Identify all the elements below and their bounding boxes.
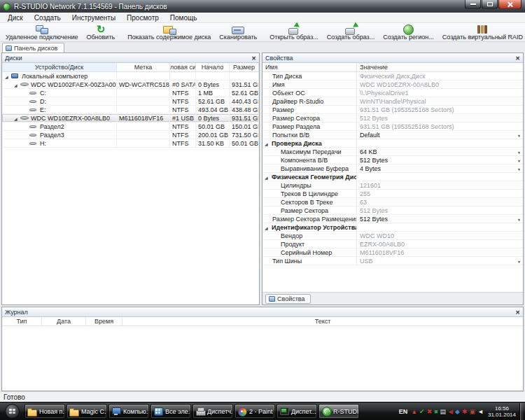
alert-icon[interactable]: ▲ — [411, 408, 417, 415]
start-button[interactable] — [1, 403, 22, 420]
tab-disk-panel-label: Панель дисков — [14, 45, 57, 52]
language-indicator[interactable]: EN — [398, 408, 410, 415]
doc-error-icon[interactable]: ▤ — [440, 408, 447, 415]
menu-item-help[interactable]: Помощь — [164, 14, 203, 22]
expander-icon[interactable] — [14, 114, 18, 122]
green-square-icon[interactable]: ■ — [434, 408, 438, 415]
menu-item-create[interactable]: Создать — [29, 14, 66, 22]
expander-icon[interactable] — [14, 80, 18, 88]
expander-icon[interactable] — [5, 72, 8, 80]
io-tries-row: Попытки В/ВDefault — [262, 131, 523, 139]
vendor-value: WDC WD10 — [357, 232, 523, 239]
flag-badge-icon[interactable]: ▣ — [470, 408, 476, 415]
column-header-start[interactable]: Начало — [196, 63, 230, 71]
create-region-button[interactable]: Создать регион... — [379, 24, 438, 41]
taskbar-button-magic-folder[interactable]: Magic C... — [66, 404, 107, 419]
minimize-button[interactable] — [465, 0, 481, 9]
max-transfer-value[interactable]: 64 KB — [357, 148, 523, 155]
volume-d-row[interactable]: D:NTFS52.61 GB440.43 GB — [2, 97, 259, 106]
maximize-button[interactable] — [482, 0, 498, 9]
clock[interactable]: 16:56 31.01.2014 — [488, 405, 516, 418]
disk-wd10ezrx-row[interactable]: WDC WD10EZRX-00A8LB0M6116018VF16#1 USB0 … — [2, 114, 259, 122]
taskbar-button-paint[interactable]: 2 - Paint — [234, 404, 275, 419]
disks-panel-title: Диски — [5, 55, 22, 62]
taskbar-button-r-studio[interactable]: R-STUDI... — [318, 404, 359, 419]
red-burst-icon[interactable]: ✱ — [462, 408, 468, 415]
remote-connect-icon — [35, 24, 49, 34]
io-tries-value[interactable]: Default — [357, 131, 523, 139]
volume-e-row[interactable]: E:NTFS493.04 GB438.48 GB — [2, 106, 259, 114]
disks-panel-close-icon[interactable] — [251, 55, 256, 62]
refresh-button[interactable]: Обновить — [82, 24, 119, 41]
taskbar-button-task-manager[interactable]: Диспет... — [276, 404, 317, 419]
shield-check-icon[interactable]: ✔ — [419, 408, 425, 415]
blue-app-icon[interactable]: ◆ — [455, 408, 460, 415]
toolbar: Удаленное подключениеОбновитьПоказать со… — [0, 23, 525, 42]
log-column-date[interactable]: Дата — [42, 317, 86, 326]
tab-disk-panel[interactable]: Панель дисков — [2, 43, 64, 52]
title-bar[interactable]: R-STUDIO Network 7.1.154569 - Панель дис… — [0, 0, 525, 13]
volume-c-row[interactable]: C:NTFS1 MB52.61 GB — [2, 89, 259, 97]
disk-icon — [29, 92, 36, 94]
log-column-time[interactable]: Время — [86, 317, 122, 326]
close-button[interactable] — [498, 0, 522, 9]
geometry-sector-size-row: Размер Сектора512 Bytes — [262, 206, 523, 215]
product-row: ПродуктEZRX-00A8LB0 — [262, 240, 523, 248]
open-image-button[interactable]: Открыть образ... — [265, 24, 323, 41]
taskbar-button-new-folder[interactable]: Новая п... — [24, 404, 65, 419]
column-header-size[interactable]: Размер — [230, 63, 259, 71]
tab-properties[interactable]: Свойства — [265, 294, 311, 304]
scan-button[interactable]: Сканировать — [215, 24, 261, 41]
show-disk-content-button[interactable]: Показать содержимое диска — [123, 24, 215, 41]
properties-panel-close-icon[interactable] — [515, 55, 520, 62]
log-column-text[interactable]: Текст — [122, 317, 523, 326]
remote-connect-button[interactable]: Удаленное подключение — [1, 24, 82, 41]
column-header-label[interactable]: Метка — [117, 63, 170, 71]
create-image-label: Создать образ... — [327, 34, 374, 41]
show-desktop-button[interactable] — [519, 403, 524, 420]
vendor-row: ВендорWDC WD10 — [262, 232, 523, 240]
local-computer-row[interactable]: Локальный компьютер — [2, 72, 259, 80]
taskbar-button-devices-printers[interactable]: Диспетч... — [192, 404, 233, 419]
group-device-id-row[interactable]: Идентификатор Устройства — [262, 223, 523, 232]
minimize-icon — [470, 4, 476, 5]
maroon-arrow-icon[interactable]: ◀ — [448, 408, 453, 415]
main-area: Диски Устройство/ДискМеткаловая систНача… — [0, 52, 525, 305]
volume-icon[interactable]: ◄ — [477, 408, 484, 415]
menu-item-disk[interactable]: Диск — [2, 14, 29, 22]
menu-item-view[interactable]: Просмотр — [121, 14, 164, 22]
column-header-name[interactable]: Имя — [262, 63, 357, 71]
window-title: R-STUDIO Network 7.1.154569 - Панель дис… — [14, 3, 167, 10]
taskbar-button-computer[interactable]: Компью... — [108, 404, 149, 419]
column-header-device-disk[interactable]: Устройство/Диск — [2, 63, 117, 71]
computer-icon — [111, 407, 121, 416]
create-virtual-raid-button[interactable]: Создать виртуальный RAID — [438, 24, 525, 41]
io-unit-value[interactable]: 512 Bytes — [357, 156, 523, 164]
taskbar-button-control-panel[interactable]: Все эле... — [150, 404, 191, 419]
partition-alignment-sector-size-row: Размер Сектора Размещения Разделов512 By… — [262, 215, 523, 223]
menu-item-tools[interactable]: Инструменты — [66, 14, 121, 22]
disks-tree: Локальный компьютерWDC WD1002FAEX-00Z3A0… — [2, 72, 259, 304]
bus-type-dropdown-icon[interactable] — [517, 257, 521, 266]
volume-razdel2-row[interactable]: Раздел2NTFS50.01 GB150.01 GB — [2, 122, 259, 131]
r-studio-driver-value: WinNT\Handle\Physical — [357, 97, 523, 105]
error-badge-icon[interactable]: ✖ — [427, 408, 433, 415]
group-physical-geometry-row[interactable]: Физическая Геометрия Диска — [262, 173, 523, 181]
disk-wd1002faex-row[interactable]: WDC WD1002FAEX-00Z3A005.01D05WD-WCATRC51… — [2, 80, 259, 89]
volume-razdel3-row[interactable]: Раздел3NTFS200.01 GB731.50 GB — [2, 131, 259, 139]
buffer-alignment-value[interactable]: 4 Bytes — [357, 164, 523, 172]
geometry-sector-size-value: 512 Bytes — [357, 206, 523, 214]
log-panel-close-icon[interactable] — [515, 309, 520, 316]
task-manager-icon — [279, 407, 289, 416]
properties-table: Тип ДискаФизический Диск,ДискИмяWDC WD10… — [262, 72, 523, 292]
bus-type-value[interactable]: USB — [357, 257, 523, 265]
log-column-type[interactable]: Тип — [2, 317, 42, 326]
volume-h-row[interactable]: H:NTFS31.50 KB50.01 GB — [2, 139, 259, 148]
partition-alignment-sector-size-value[interactable]: 512 Bytes — [357, 215, 523, 223]
column-header-value[interactable]: Значение — [357, 63, 523, 71]
tab-properties-label: Свойства — [277, 295, 305, 302]
create-virtual-raid-icon — [475, 24, 489, 34]
column-header-file-system[interactable]: ловая сист — [170, 63, 196, 71]
create-image-button[interactable]: Создать образ... — [323, 24, 379, 41]
group-disk-check-row[interactable]: Проверка Диска — [262, 139, 523, 148]
